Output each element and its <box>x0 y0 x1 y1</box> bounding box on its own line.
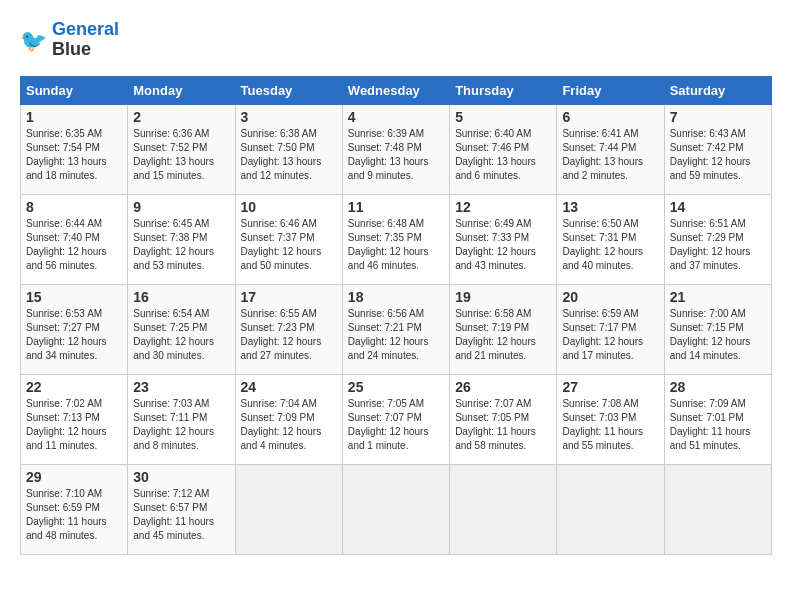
day-number: 19 <box>455 289 551 305</box>
day-number: 27 <box>562 379 658 395</box>
day-number: 2 <box>133 109 229 125</box>
calendar-cell: 1Sunrise: 6:35 AM Sunset: 7:54 PM Daylig… <box>21 104 128 194</box>
day-info: Sunrise: 7:05 AM Sunset: 7:07 PM Dayligh… <box>348 397 444 453</box>
day-number: 12 <box>455 199 551 215</box>
day-info: Sunrise: 6:38 AM Sunset: 7:50 PM Dayligh… <box>241 127 337 183</box>
header-cell-tuesday: Tuesday <box>235 76 342 104</box>
calendar-cell: 30Sunrise: 7:12 AM Sunset: 6:57 PM Dayli… <box>128 464 235 554</box>
calendar-cell: 4Sunrise: 6:39 AM Sunset: 7:48 PM Daylig… <box>342 104 449 194</box>
day-info: Sunrise: 6:41 AM Sunset: 7:44 PM Dayligh… <box>562 127 658 183</box>
header-cell-saturday: Saturday <box>664 76 771 104</box>
header-cell-sunday: Sunday <box>21 76 128 104</box>
day-number: 15 <box>26 289 122 305</box>
calendar-cell: 24Sunrise: 7:04 AM Sunset: 7:09 PM Dayli… <box>235 374 342 464</box>
day-info: Sunrise: 6:58 AM Sunset: 7:19 PM Dayligh… <box>455 307 551 363</box>
day-number: 25 <box>348 379 444 395</box>
calendar-cell <box>235 464 342 554</box>
day-info: Sunrise: 6:45 AM Sunset: 7:38 PM Dayligh… <box>133 217 229 273</box>
calendar-cell <box>557 464 664 554</box>
calendar-cell: 28Sunrise: 7:09 AM Sunset: 7:01 PM Dayli… <box>664 374 771 464</box>
header-cell-thursday: Thursday <box>450 76 557 104</box>
calendar-week-3: 22Sunrise: 7:02 AM Sunset: 7:13 PM Dayli… <box>21 374 772 464</box>
day-number: 26 <box>455 379 551 395</box>
day-number: 8 <box>26 199 122 215</box>
calendar-cell: 3Sunrise: 6:38 AM Sunset: 7:50 PM Daylig… <box>235 104 342 194</box>
day-info: Sunrise: 6:35 AM Sunset: 7:54 PM Dayligh… <box>26 127 122 183</box>
calendar-cell: 29Sunrise: 7:10 AM Sunset: 6:59 PM Dayli… <box>21 464 128 554</box>
calendar-header: SundayMondayTuesdayWednesdayThursdayFrid… <box>21 76 772 104</box>
day-info: Sunrise: 6:56 AM Sunset: 7:21 PM Dayligh… <box>348 307 444 363</box>
day-info: Sunrise: 6:55 AM Sunset: 7:23 PM Dayligh… <box>241 307 337 363</box>
logo-text: GeneralBlue <box>52 20 119 60</box>
day-number: 5 <box>455 109 551 125</box>
day-number: 9 <box>133 199 229 215</box>
calendar-cell: 6Sunrise: 6:41 AM Sunset: 7:44 PM Daylig… <box>557 104 664 194</box>
calendar-cell: 25Sunrise: 7:05 AM Sunset: 7:07 PM Dayli… <box>342 374 449 464</box>
day-info: Sunrise: 6:50 AM Sunset: 7:31 PM Dayligh… <box>562 217 658 273</box>
day-number: 16 <box>133 289 229 305</box>
calendar-cell: 15Sunrise: 6:53 AM Sunset: 7:27 PM Dayli… <box>21 284 128 374</box>
calendar-cell: 10Sunrise: 6:46 AM Sunset: 7:37 PM Dayli… <box>235 194 342 284</box>
header-cell-friday: Friday <box>557 76 664 104</box>
day-number: 17 <box>241 289 337 305</box>
day-number: 1 <box>26 109 122 125</box>
calendar-table: SundayMondayTuesdayWednesdayThursdayFrid… <box>20 76 772 555</box>
calendar-cell: 26Sunrise: 7:07 AM Sunset: 7:05 PM Dayli… <box>450 374 557 464</box>
calendar-cell: 8Sunrise: 6:44 AM Sunset: 7:40 PM Daylig… <box>21 194 128 284</box>
calendar-week-4: 29Sunrise: 7:10 AM Sunset: 6:59 PM Dayli… <box>21 464 772 554</box>
calendar-week-1: 8Sunrise: 6:44 AM Sunset: 7:40 PM Daylig… <box>21 194 772 284</box>
calendar-cell: 11Sunrise: 6:48 AM Sunset: 7:35 PM Dayli… <box>342 194 449 284</box>
calendar-cell: 13Sunrise: 6:50 AM Sunset: 7:31 PM Dayli… <box>557 194 664 284</box>
calendar-cell: 9Sunrise: 6:45 AM Sunset: 7:38 PM Daylig… <box>128 194 235 284</box>
calendar-week-0: 1Sunrise: 6:35 AM Sunset: 7:54 PM Daylig… <box>21 104 772 194</box>
day-number: 30 <box>133 469 229 485</box>
calendar-cell: 2Sunrise: 6:36 AM Sunset: 7:52 PM Daylig… <box>128 104 235 194</box>
day-number: 21 <box>670 289 766 305</box>
calendar-cell: 21Sunrise: 7:00 AM Sunset: 7:15 PM Dayli… <box>664 284 771 374</box>
day-info: Sunrise: 7:12 AM Sunset: 6:57 PM Dayligh… <box>133 487 229 543</box>
day-number: 4 <box>348 109 444 125</box>
day-number: 29 <box>26 469 122 485</box>
day-number: 10 <box>241 199 337 215</box>
calendar-cell: 19Sunrise: 6:58 AM Sunset: 7:19 PM Dayli… <box>450 284 557 374</box>
day-number: 22 <box>26 379 122 395</box>
logo-icon: 🐦 <box>20 26 48 54</box>
day-info: Sunrise: 7:09 AM Sunset: 7:01 PM Dayligh… <box>670 397 766 453</box>
day-info: Sunrise: 6:43 AM Sunset: 7:42 PM Dayligh… <box>670 127 766 183</box>
day-info: Sunrise: 7:00 AM Sunset: 7:15 PM Dayligh… <box>670 307 766 363</box>
calendar-cell: 27Sunrise: 7:08 AM Sunset: 7:03 PM Dayli… <box>557 374 664 464</box>
calendar-body: 1Sunrise: 6:35 AM Sunset: 7:54 PM Daylig… <box>21 104 772 554</box>
calendar-cell <box>342 464 449 554</box>
day-info: Sunrise: 7:02 AM Sunset: 7:13 PM Dayligh… <box>26 397 122 453</box>
day-info: Sunrise: 6:54 AM Sunset: 7:25 PM Dayligh… <box>133 307 229 363</box>
day-info: Sunrise: 6:40 AM Sunset: 7:46 PM Dayligh… <box>455 127 551 183</box>
calendar-cell: 5Sunrise: 6:40 AM Sunset: 7:46 PM Daylig… <box>450 104 557 194</box>
calendar-cell: 20Sunrise: 6:59 AM Sunset: 7:17 PM Dayli… <box>557 284 664 374</box>
calendar-cell <box>664 464 771 554</box>
svg-text:🐦: 🐦 <box>20 27 48 54</box>
day-info: Sunrise: 7:07 AM Sunset: 7:05 PM Dayligh… <box>455 397 551 453</box>
day-number: 28 <box>670 379 766 395</box>
day-number: 23 <box>133 379 229 395</box>
day-info: Sunrise: 6:51 AM Sunset: 7:29 PM Dayligh… <box>670 217 766 273</box>
day-number: 3 <box>241 109 337 125</box>
day-number: 6 <box>562 109 658 125</box>
calendar-cell: 16Sunrise: 6:54 AM Sunset: 7:25 PM Dayli… <box>128 284 235 374</box>
day-number: 13 <box>562 199 658 215</box>
day-number: 20 <box>562 289 658 305</box>
header-cell-monday: Monday <box>128 76 235 104</box>
day-number: 14 <box>670 199 766 215</box>
day-info: Sunrise: 6:46 AM Sunset: 7:37 PM Dayligh… <box>241 217 337 273</box>
day-info: Sunrise: 6:49 AM Sunset: 7:33 PM Dayligh… <box>455 217 551 273</box>
day-info: Sunrise: 6:53 AM Sunset: 7:27 PM Dayligh… <box>26 307 122 363</box>
day-info: Sunrise: 6:59 AM Sunset: 7:17 PM Dayligh… <box>562 307 658 363</box>
day-info: Sunrise: 7:10 AM Sunset: 6:59 PM Dayligh… <box>26 487 122 543</box>
calendar-cell: 17Sunrise: 6:55 AM Sunset: 7:23 PM Dayli… <box>235 284 342 374</box>
day-info: Sunrise: 6:48 AM Sunset: 7:35 PM Dayligh… <box>348 217 444 273</box>
header-cell-wednesday: Wednesday <box>342 76 449 104</box>
page-header: 🐦 GeneralBlue <box>20 20 772 60</box>
calendar-week-2: 15Sunrise: 6:53 AM Sunset: 7:27 PM Dayli… <box>21 284 772 374</box>
day-number: 24 <box>241 379 337 395</box>
calendar-cell: 22Sunrise: 7:02 AM Sunset: 7:13 PM Dayli… <box>21 374 128 464</box>
day-number: 11 <box>348 199 444 215</box>
